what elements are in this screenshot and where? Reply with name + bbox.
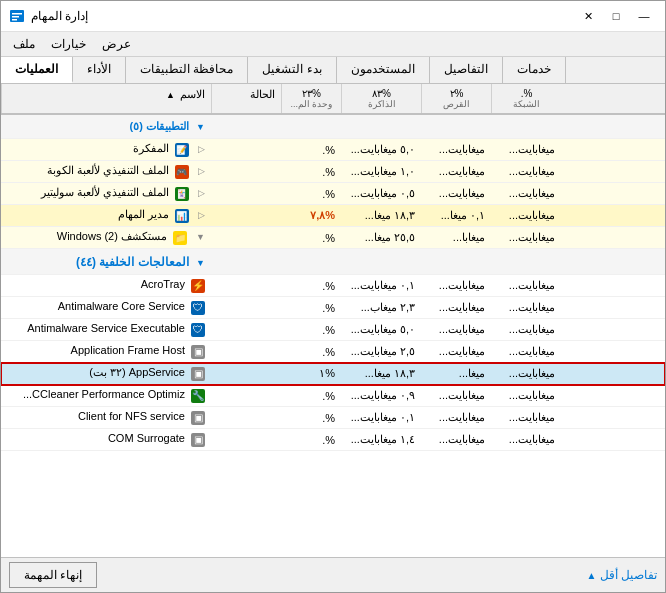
menu-file[interactable]: ملف	[5, 34, 43, 54]
process-icon: ▣	[191, 367, 205, 381]
title-bar: ✕ □ — إدارة المهام	[1, 1, 665, 32]
tabs-bar: العمليات الأداء محافظة التطبيقات بدء الت…	[1, 57, 665, 84]
expand-arrow: ▼	[196, 258, 205, 268]
process-icon: 🎮	[175, 165, 189, 179]
table-row[interactable]: ▣ COM Surrogate %. ١,٤ ميغابايت... ميغاب…	[1, 429, 665, 451]
table-row[interactable]: ▷ 📝 المفكرة %. ٥,٠ ميغابايت... ميغابايت.…	[1, 139, 665, 161]
title-icon	[9, 8, 25, 24]
process-icon: 🃏	[175, 187, 189, 201]
table-row[interactable]: ▷ 🃏 الملف التنفيذي لألعبة سوليتير %. ٠,٥…	[1, 183, 665, 205]
process-table: الاسم ▲ الحالة %٢٣ وحدة الم... %٨٣ الذاك…	[1, 84, 665, 557]
chevron-up-icon: ▲	[586, 570, 596, 581]
process-icon: 📁	[173, 231, 187, 245]
table-row[interactable]: 🔧 CCleaner Performance Optimiz... %. ٠,٩…	[1, 385, 665, 407]
tab-details[interactable]: التفاصيل	[430, 57, 503, 83]
table-row[interactable]: ▷ 📊 مدير المهام %٧,٨ ١٨,٣ ميغا... ٠,١ مي…	[1, 205, 665, 227]
tab-users[interactable]: المستخدمون	[337, 57, 430, 83]
process-icon: 🛡	[191, 301, 205, 315]
tab-startup[interactable]: بدء التشغيل	[248, 57, 336, 83]
process-icon: ⚡	[191, 279, 205, 293]
details-link[interactable]: تفاصيل أقل ▲	[586, 568, 657, 582]
menu-view[interactable]: عرض	[94, 34, 139, 54]
apps-group-header[interactable]: ▼ التطبيقات (٥)	[1, 115, 665, 139]
process-icon: ▣	[191, 345, 205, 359]
svg-rect-2	[12, 16, 19, 18]
apps-group-label: ▼ التطبيقات (٥)	[1, 118, 211, 135]
col-header-mem[interactable]: %٨٣ الذاكرة	[341, 84, 421, 113]
maximize-button[interactable]: □	[603, 5, 629, 27]
svg-rect-3	[12, 19, 17, 21]
table-header: الاسم ▲ الحالة %٢٣ وحدة الم... %٨٣ الذاك…	[1, 84, 665, 115]
table-row[interactable]: 🛡 Antimalware Service Executable %. ٥,٠ …	[1, 319, 665, 341]
task-manager-window: ✕ □ — إدارة المهام ملف خيارات عرض العملي…	[0, 0, 666, 593]
tab-performance[interactable]: الأداء	[73, 57, 126, 83]
process-icon: 🛡	[191, 323, 205, 337]
table-body[interactable]: ▼ التطبيقات (٥) ▷ 📝 المفكرة %. ٥,٠ ميغاب	[1, 115, 665, 557]
tab-processes[interactable]: العمليات	[1, 57, 73, 83]
process-icon: ▣	[191, 411, 205, 425]
col-header-disk[interactable]: %٢ القرص	[421, 84, 491, 113]
title-bar-right: إدارة المهام	[9, 8, 88, 24]
menu-bar: ملف خيارات عرض	[1, 32, 665, 57]
col-header-name[interactable]: الاسم ▲	[1, 84, 211, 113]
col-header-cpu[interactable]: %٢٣ وحدة الم...	[281, 84, 341, 113]
process-icon: 🔧	[191, 389, 205, 403]
table-row[interactable]: 🛡 Antimalware Core Service %. ٢,٣ ميغاب.…	[1, 297, 665, 319]
col-header-net[interactable]: %. الشبكة	[491, 84, 561, 113]
process-icon: ▣	[191, 433, 205, 447]
col-header-status[interactable]: الحالة	[211, 84, 281, 113]
process-icon: 📝	[175, 143, 189, 157]
table-row[interactable]: ⚡ AcroTray %. ٠,١ ميغابايت... ميغابايت..…	[1, 275, 665, 297]
menu-options[interactable]: خيارات	[43, 34, 94, 54]
tab-app-history[interactable]: محافظة التطبيقات	[126, 57, 248, 83]
appservice-row[interactable]: ▣ AppService (٣٢ بت) %١ ١٨,٣ ميغا... ميغ…	[1, 363, 665, 385]
table-row[interactable]: ▷ 🎮 الملف التنفيذي لألعبة الكوبة %. ١,٠ …	[1, 161, 665, 183]
table-row[interactable]: ▣ Application Frame Host %. ٢,٥ ميغابايت…	[1, 341, 665, 363]
minimize-button[interactable]: —	[631, 5, 657, 27]
process-icon: 📊	[175, 209, 189, 223]
sort-icon: ▲	[166, 90, 175, 100]
bg-group-header[interactable]: ▼ المعالجات الخلفية (٤٤)	[1, 249, 665, 275]
bottom-bar: إنهاء المهمة تفاصيل أقل ▲	[1, 557, 665, 592]
svg-rect-1	[12, 13, 22, 15]
close-button[interactable]: ✕	[575, 5, 601, 27]
end-task-button[interactable]: إنهاء المهمة	[9, 562, 97, 588]
table-row[interactable]: ▣ Client for NFS service %. ٠,١ ميغابايت…	[1, 407, 665, 429]
window-controls: ✕ □ —	[575, 5, 657, 27]
expand-arrow: ▼	[196, 122, 205, 132]
window-title: إدارة المهام	[31, 9, 88, 23]
table-row[interactable]: ▼ 📁 مستكشف Windows (2) %. ٢٥,٥ ميغا... م…	[1, 227, 665, 249]
tab-services[interactable]: خدمات	[503, 57, 566, 83]
